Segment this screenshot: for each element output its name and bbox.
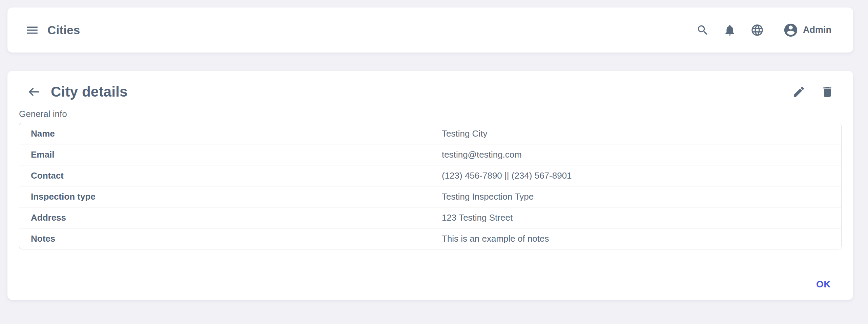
table-row: Notes This is an example of notes xyxy=(19,228,841,249)
table-row: Address 123 Testing Street xyxy=(19,207,841,228)
app-title: Cities xyxy=(47,23,80,37)
search-button[interactable] xyxy=(696,24,709,37)
field-value: (123) 456-7890 || (234) 567-8901 xyxy=(430,165,841,186)
table-row: Inspection type Testing Inspection Type xyxy=(19,186,841,207)
field-value: Testing City xyxy=(430,123,841,144)
city-details-card: City details General info Name Testing C… xyxy=(7,71,853,300)
edit-pencil-icon xyxy=(792,85,806,99)
field-value: 123 Testing Street xyxy=(430,207,841,228)
menu-icon xyxy=(25,23,39,37)
language-button[interactable] xyxy=(750,23,764,37)
field-label: Email xyxy=(19,144,430,165)
menu-button[interactable] xyxy=(25,23,39,37)
notifications-button[interactable] xyxy=(723,24,736,37)
search-icon xyxy=(696,24,709,37)
bell-icon xyxy=(723,24,736,37)
edit-button[interactable] xyxy=(792,85,806,99)
table-row: Contact (123) 456-7890 || (234) 567-8901 xyxy=(19,165,841,186)
field-label: Address xyxy=(19,207,430,228)
trash-icon xyxy=(821,85,834,99)
back-button[interactable] xyxy=(26,84,41,99)
app-bar: Cities Admin xyxy=(7,7,853,53)
field-value: This is an example of notes xyxy=(430,228,841,249)
avatar-icon xyxy=(783,22,799,38)
back-arrow-icon xyxy=(26,84,41,99)
field-label: Name xyxy=(19,123,430,144)
section-label: General info xyxy=(19,109,853,119)
user-name: Admin xyxy=(803,25,831,35)
table-row: Email testing@testing.com xyxy=(19,144,841,165)
field-value: testing@testing.com xyxy=(430,144,841,165)
field-label: Inspection type xyxy=(19,186,430,207)
delete-button[interactable] xyxy=(821,85,834,99)
page-title: City details xyxy=(51,84,127,100)
field-label: Contact xyxy=(19,165,430,186)
info-table: Name Testing City Email testing@testing.… xyxy=(19,123,842,249)
ok-button[interactable]: OK xyxy=(816,279,831,290)
table-row: Name Testing City xyxy=(19,123,841,144)
user-menu[interactable]: Admin xyxy=(783,22,831,38)
field-label: Notes xyxy=(19,228,430,249)
globe-icon xyxy=(750,23,764,37)
field-value: Testing Inspection Type xyxy=(430,186,841,207)
